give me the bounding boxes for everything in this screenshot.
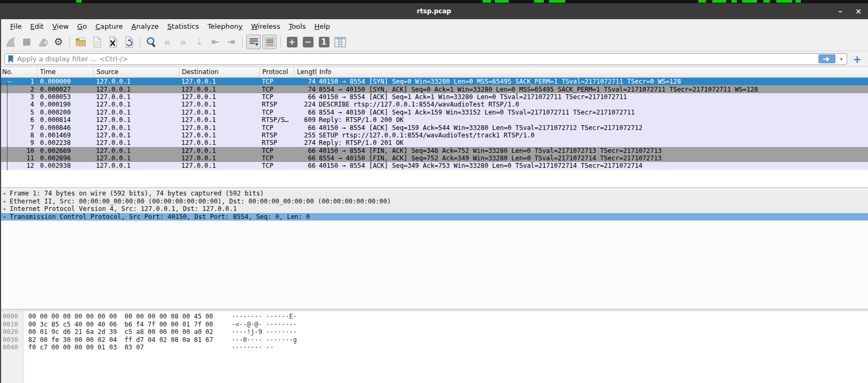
menu-telephony[interactable]: Telephony xyxy=(204,22,246,30)
cell-time: 0.000846 xyxy=(37,124,94,132)
find-packet-icon[interactable] xyxy=(144,35,158,49)
hex-offset: 0020 xyxy=(0,328,23,336)
menu-tools[interactable]: Tools xyxy=(285,22,309,30)
menu-view[interactable]: View xyxy=(49,22,73,30)
column-header-length[interactable]: Length xyxy=(294,67,317,77)
cell-protocol: RTSP xyxy=(260,132,294,139)
column-header-time[interactable]: Time xyxy=(37,67,94,77)
hex-ascii[interactable]: ·<··@·@· ········ xyxy=(231,321,297,328)
detail-row[interactable]: ▸Ethernet II, Src: 00:00:00_00:00:00 (00… xyxy=(0,198,868,206)
cell-destination: 127.0.0.1 xyxy=(179,109,260,116)
expand-arrow-icon[interactable]: ▸ xyxy=(0,214,10,219)
cell-time: 0.000053 xyxy=(37,93,94,101)
reload-file-icon[interactable] xyxy=(122,35,136,49)
go-to-packet-icon[interactable]: ⇣ xyxy=(192,35,206,49)
packet-details-pane: ▸Frame 1: 74 bytes on wire (592 bits), 7… xyxy=(0,190,868,309)
packet-row[interactable]: 40.000190127.0.0.1127.0.0.1RTSP224DESCRI… xyxy=(0,101,868,108)
auto-scroll-icon[interactable] xyxy=(246,35,261,49)
save-file-icon[interactable]: 01010110 xyxy=(90,35,104,49)
expand-arrow-icon[interactable]: ▸ xyxy=(0,191,10,196)
background-text-fragment xyxy=(742,0,757,3)
packet-row[interactable]: 60.000814127.0.0.1127.0.0.1RTSP/S…609Rep… xyxy=(0,116,868,124)
packet-row[interactable]: 100.002669127.0.0.1127.0.0.1TCP6640150 →… xyxy=(0,147,868,154)
cell-destination: 127.0.0.1 xyxy=(179,93,260,101)
filter-add-button[interactable]: + xyxy=(850,54,864,64)
cell-source: 127.0.0.1 xyxy=(94,78,179,85)
menu-wireless[interactable]: Wireless xyxy=(247,22,284,30)
cell-time: 0.002896 xyxy=(37,154,94,162)
filter-history-caret-icon[interactable]: ▾ xyxy=(839,56,845,62)
background-text-fragment xyxy=(76,0,82,3)
menu-edit[interactable]: Edit xyxy=(27,22,47,30)
packet-row[interactable]: 30.000053127.0.0.1127.0.0.1TCP6640150 → … xyxy=(0,93,868,101)
detail-text: Frame 1: 74 bytes on wire (592 bits), 74… xyxy=(10,190,264,197)
go-first-icon[interactable]: ⇤ xyxy=(208,35,222,49)
hex-bytes[interactable]: 82 00 fe 30 00 00 02 04 ff d7 04 02 08 0… xyxy=(23,336,231,344)
menu-capture[interactable]: Capture xyxy=(92,22,127,30)
go-last-icon[interactable]: ⇥ xyxy=(224,35,238,49)
packet-row[interactable]: 80.001469127.0.0.1127.0.0.1RTSP255SETUP … xyxy=(0,132,868,139)
zoom-original-icon[interactable]: 1 xyxy=(317,35,331,49)
detail-row[interactable]: ▸Transmission Control Protocol, Src Port… xyxy=(0,213,868,221)
cell-length: 74 xyxy=(294,86,317,93)
hex-bytes[interactable]: 00 00 00 00 00 00 00 00 00 00 00 00 08 0… xyxy=(23,313,231,320)
packet-row[interactable]: 70.000846127.0.0.1127.0.0.1TCP6640150 → … xyxy=(0,124,868,131)
column-header-no[interactable]: No. xyxy=(0,67,37,77)
cell-info: 8554 → 40150 [SYN, ACK] Seq=0 Ack=1 Win=… xyxy=(317,86,868,93)
minimize-button[interactable]: – xyxy=(833,3,848,19)
column-header-source[interactable]: Source xyxy=(94,67,179,77)
packet-row[interactable]: 50.000200127.0.0.1127.0.0.1TCP668554 → 4… xyxy=(0,109,868,116)
filter-bookmark-icon[interactable] xyxy=(7,55,14,63)
hex-ascii[interactable]: ········ ·· xyxy=(231,344,274,351)
detail-row[interactable]: ▸Internet Protocol Version 4, Src: 127.0… xyxy=(0,205,868,213)
hex-bytes[interactable]: 00 01 9c d6 21 6a 2d 39 c5 a8 00 00 00 0… xyxy=(23,328,231,336)
detail-row[interactable]: ▸Frame 1: 74 bytes on wire (592 bits), 7… xyxy=(0,190,868,198)
cell-time: 0.002938 xyxy=(37,162,94,169)
window-title: rtsp.pcap xyxy=(417,7,451,15)
hex-ascii[interactable]: ········ ······E· xyxy=(231,313,297,320)
hex-ascii[interactable]: ····!j-9 ········ xyxy=(231,328,297,336)
capture-options-icon[interactable]: ⚙ xyxy=(51,35,66,49)
stop-capture-icon[interactable] xyxy=(19,35,34,49)
hex-bytes[interactable]: 00 3c 85 c5 40 00 40 06 b6 f4 7f 00 00 0… xyxy=(23,321,231,328)
menu-go[interactable]: Go xyxy=(74,22,91,30)
close-file-icon[interactable] xyxy=(106,35,120,49)
hex-ascii[interactable]: ···0···· ·······g xyxy=(231,336,297,344)
expand-arrow-icon[interactable]: ▸ xyxy=(0,199,10,204)
packet-row[interactable]: 110.002896127.0.0.1127.0.0.1TCP668554 → … xyxy=(0,154,868,162)
cell-destination: 127.0.0.1 xyxy=(179,116,260,124)
background-text-fragment xyxy=(712,0,726,3)
go-forward-icon[interactable]: » xyxy=(176,35,190,49)
go-back-icon[interactable]: « xyxy=(160,35,174,49)
expand-arrow-icon[interactable]: ▸ xyxy=(0,206,10,211)
cell-protocol: TCP xyxy=(260,93,294,101)
cell-length: 66 xyxy=(294,162,317,169)
packet-row[interactable]: 90.002238127.0.0.1127.0.0.1RTSP274Reply:… xyxy=(0,139,868,146)
packet-row[interactable]: 10.000000127.0.0.1127.0.0.1TCP7440150 → … xyxy=(0,78,868,85)
close-button[interactable]: × xyxy=(851,3,866,19)
menu-help[interactable]: Help xyxy=(310,22,334,30)
packet-list: 10.000000127.0.0.1127.0.0.1TCP7440150 → … xyxy=(0,78,868,188)
menu-analyze[interactable]: Analyze xyxy=(128,22,163,30)
menu-file[interactable]: File xyxy=(6,22,26,30)
restart-capture-icon[interactable] xyxy=(35,35,50,49)
column-header-destination[interactable]: Destination xyxy=(179,67,260,77)
packet-row[interactable]: 120.002938127.0.0.1127.0.0.1TCP6640150 →… xyxy=(0,162,868,169)
display-filter-input[interactable]: Apply a display filter ... <Ctrl-/> ▾ xyxy=(4,53,847,65)
column-header-protocol[interactable]: Protocol xyxy=(260,67,294,77)
svg-text:0110: 0110 xyxy=(94,43,100,46)
background-text-fragment xyxy=(763,0,770,3)
column-header-info[interactable]: Info xyxy=(317,67,868,77)
menu-statistics[interactable]: Statistics xyxy=(164,22,203,30)
resize-columns-icon[interactable] xyxy=(333,35,347,49)
zoom-in-icon[interactable]: + xyxy=(285,35,299,49)
zoom-out-icon[interactable]: − xyxy=(301,35,315,49)
packet-row[interactable]: 20.000027127.0.0.1127.0.0.1TCP748554 → 4… xyxy=(0,85,868,93)
cell-protocol: TCP xyxy=(260,86,294,93)
wireshark-window: rtsp.pcap – × FileEditViewGoCaptureAnaly… xyxy=(0,0,868,383)
colorize-packets-icon[interactable] xyxy=(262,35,277,49)
hex-bytes[interactable]: f0 c7 00 00 00 00 01 03 03 07 xyxy=(23,344,231,351)
filter-apply-button[interactable] xyxy=(818,54,835,63)
open-file-icon[interactable] xyxy=(74,35,88,49)
start-capture-icon[interactable] xyxy=(3,35,18,49)
